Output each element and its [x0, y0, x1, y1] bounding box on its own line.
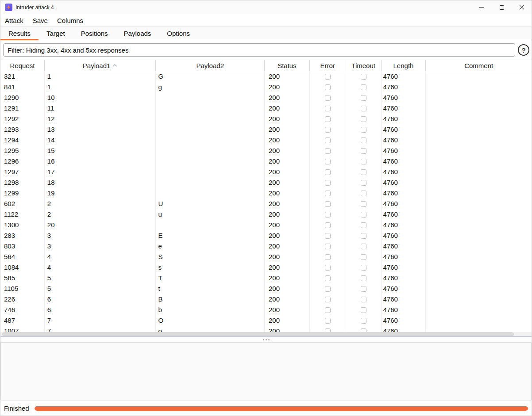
timeout-checkbox[interactable]	[361, 106, 366, 111]
error-checkbox[interactable]	[325, 275, 331, 281]
splitter-handle[interactable]	[0, 336, 532, 342]
table-row[interactable]: 2266B2004760	[0, 294, 532, 305]
column-header-timeout[interactable]: Timeout	[346, 60, 382, 71]
timeout-checkbox[interactable]	[361, 169, 366, 175]
error-checkbox[interactable]	[325, 169, 331, 175]
error-checkbox[interactable]	[325, 74, 331, 80]
error-checkbox[interactable]	[325, 106, 331, 111]
table-row[interactable]: 8033e2004760	[0, 241, 532, 252]
help-button[interactable]: ?	[518, 44, 529, 56]
timeout-checkbox[interactable]	[361, 307, 366, 313]
error-checkbox[interactable]	[325, 286, 331, 292]
error-checkbox[interactable]	[325, 127, 331, 133]
table-row[interactable]: 10844s2004760	[0, 262, 532, 273]
timeout-checkbox[interactable]	[361, 222, 366, 228]
timeout-checkbox[interactable]	[361, 127, 366, 133]
table-row[interactable]: 1296162004760	[0, 156, 532, 167]
timeout-checkbox[interactable]	[361, 233, 366, 239]
table-row[interactable]: 5644S2004760	[0, 252, 532, 262]
response-viewer-panel[interactable]	[0, 342, 532, 401]
error-checkbox[interactable]	[325, 116, 331, 122]
error-checkbox[interactable]	[325, 328, 331, 332]
horizontal-scrollbar[interactable]	[0, 332, 532, 336]
table-row[interactable]: 3211G2004760	[0, 71, 532, 82]
error-checkbox[interactable]	[325, 148, 331, 154]
table-row[interactable]: 1294142004760	[0, 135, 532, 145]
error-checkbox[interactable]	[325, 201, 331, 207]
timeout-checkbox[interactable]	[361, 244, 366, 249]
column-header-payload1[interactable]: Payload1	[45, 60, 156, 71]
column-header-error[interactable]: Error	[310, 60, 346, 71]
table-row[interactable]: 1291112004760	[0, 103, 532, 114]
table-row[interactable]: 2833E2004760	[0, 230, 532, 241]
table-row[interactable]: 6022U2004760	[0, 198, 532, 209]
menu-item-columns[interactable]: Columns	[57, 17, 83, 24]
column-header-length[interactable]: Length	[382, 60, 426, 71]
timeout-checkbox[interactable]	[361, 95, 366, 101]
table-row[interactable]: 5855T2004760	[0, 273, 532, 283]
table-row[interactable]: 1292122004760	[0, 114, 532, 124]
error-checkbox[interactable]	[325, 95, 331, 101]
table-row[interactable]: 1300202004760	[0, 220, 532, 230]
timeout-checkbox[interactable]	[361, 275, 366, 281]
menu-item-save[interactable]: Save	[33, 17, 48, 24]
table-row[interactable]: 1298182004760	[0, 177, 532, 188]
table-row[interactable]: 8411g2004760	[0, 82, 532, 92]
table-row[interactable]: 10077o2004760	[0, 326, 532, 332]
error-checkbox[interactable]	[325, 137, 331, 143]
timeout-checkbox[interactable]	[361, 148, 366, 154]
error-checkbox[interactable]	[325, 159, 331, 164]
timeout-checkbox[interactable]	[361, 212, 366, 218]
table-row[interactable]: 11055t2004760	[0, 283, 532, 294]
timeout-checkbox[interactable]	[361, 74, 366, 80]
timeout-checkbox[interactable]	[361, 286, 366, 292]
error-checkbox[interactable]	[325, 180, 331, 186]
timeout-checkbox[interactable]	[361, 180, 366, 186]
tab-target[interactable]: Target	[39, 27, 73, 40]
timeout-checkbox[interactable]	[361, 137, 366, 143]
maximize-button[interactable]	[492, 0, 512, 14]
table-row[interactable]: 1299192004760	[0, 188, 532, 198]
tab-options[interactable]: Options	[159, 27, 198, 40]
minimize-button[interactable]	[472, 0, 492, 14]
error-checkbox[interactable]	[325, 265, 331, 271]
table-row[interactable]: 7466b2004760	[0, 305, 532, 315]
error-checkbox[interactable]	[325, 307, 331, 313]
column-header-payload2[interactable]: Payload2	[156, 60, 265, 71]
error-checkbox[interactable]	[325, 254, 331, 260]
table-row[interactable]: 4877O2004760	[0, 315, 532, 326]
close-button[interactable]	[512, 0, 532, 14]
timeout-checkbox[interactable]	[361, 159, 366, 164]
timeout-checkbox[interactable]	[361, 297, 366, 302]
table-row[interactable]: 11222u2004760	[0, 209, 532, 220]
table-row[interactable]: 1295152004760	[0, 145, 532, 156]
table-row[interactable]: 1297172004760	[0, 167, 532, 177]
timeout-checkbox[interactable]	[361, 116, 366, 122]
error-checkbox[interactable]	[325, 212, 331, 218]
error-checkbox[interactable]	[325, 222, 331, 228]
error-checkbox[interactable]	[325, 84, 331, 90]
error-checkbox[interactable]	[325, 233, 331, 239]
timeout-checkbox[interactable]	[361, 191, 366, 196]
column-header-status[interactable]: Status	[265, 60, 310, 71]
scrollbar-thumb[interactable]	[2, 332, 514, 336]
menu-item-attack[interactable]: Attack	[5, 17, 23, 24]
tab-payloads[interactable]: Payloads	[116, 27, 159, 40]
tab-results[interactable]: Results	[0, 27, 39, 40]
timeout-checkbox[interactable]	[361, 318, 366, 324]
column-header-comment[interactable]: Comment	[426, 60, 532, 71]
timeout-checkbox[interactable]	[361, 201, 366, 207]
error-checkbox[interactable]	[325, 318, 331, 324]
error-checkbox[interactable]	[325, 244, 331, 249]
timeout-checkbox[interactable]	[361, 254, 366, 260]
filter-field[interactable]: Filter: Hiding 3xx, 4xx and 5xx response…	[3, 43, 515, 57]
timeout-checkbox[interactable]	[361, 84, 366, 90]
timeout-checkbox[interactable]	[361, 328, 366, 332]
table-row[interactable]: 1293132004760	[0, 124, 532, 135]
timeout-checkbox[interactable]	[361, 265, 366, 271]
error-checkbox[interactable]	[325, 297, 331, 302]
error-checkbox[interactable]	[325, 191, 331, 196]
column-header-request[interactable]: Request	[0, 60, 45, 71]
tab-positions[interactable]: Positions	[73, 27, 116, 40]
table-row[interactable]: 1290102004760	[0, 92, 532, 103]
